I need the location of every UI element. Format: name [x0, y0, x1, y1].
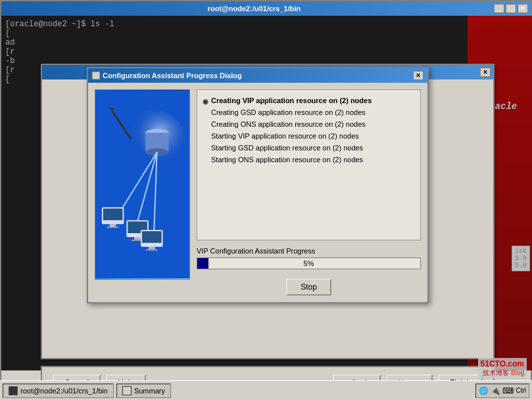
taskbar-terminal-label: root@node2:/u01/crs_1/bin — [20, 387, 108, 395]
taskbar: root@node2:/u01/crs_1/bin Summary 51CTO.… — [0, 380, 532, 400]
progress-dialog: Configuration Assistant Progress Dialog … — [87, 67, 429, 303]
svg-rect-18 — [149, 247, 155, 250]
progress-label: VIP Configuration Assistant Progress — [197, 247, 421, 255]
task-label-5: Starting ONS application resource on (2)… — [211, 154, 363, 166]
progress-bar-fill — [197, 258, 208, 269]
maximize-button[interactable]: □ — [506, 4, 516, 13]
svg-rect-9 — [103, 208, 123, 220]
dialog-title: Configuration Assistant Progress Dialog — [103, 72, 242, 79]
task-item-5: ◉ Starting ONS application resource on (… — [203, 154, 415, 166]
tray-icon-2: 🔌 — [491, 386, 500, 395]
task-item-4: ◉ Starting GSD application resource on (… — [203, 143, 415, 154]
watermark-cn: 技术博客 — [483, 369, 509, 376]
close-button[interactable]: ✕ — [518, 4, 528, 13]
taskbar-right: 51CTO.com 技术博客 Blog 🌐 🔌 ⌨ Ctrl — [475, 384, 529, 398]
tray-ctrl: Ctrl — [516, 387, 526, 394]
tray-icon-3: ⌨ — [502, 386, 514, 395]
task-bullet-0: ◉ — [203, 97, 208, 107]
dialog-titlebar: Configuration Assistant Progress Dialog … — [88, 68, 427, 83]
task-item-3: ◉ Starting VIP application resource on (… — [203, 131, 415, 143]
svg-rect-10 — [110, 224, 116, 227]
task-label-2: Creating ONS application resource on (2)… — [211, 119, 366, 131]
term-line-2: [ — [5, 29, 529, 38]
side-val1: 5.0 — [515, 255, 527, 262]
terminal-taskbar-icon — [9, 386, 18, 395]
side-label: isk — [515, 248, 527, 255]
dialog-close-button[interactable]: ✕ — [413, 71, 423, 80]
tray-icon-1: 🌐 — [479, 386, 489, 395]
stop-button-container: Stop — [197, 278, 421, 296]
terminal-titlebar: root@node2:/u01/crs_1/bin _ □ ✕ — [1, 1, 531, 16]
task-item-0: ◉ Creating VIP application resource on (… — [203, 95, 415, 107]
task-label-4: Starting GSD application resource on (2)… — [211, 143, 363, 154]
svg-rect-11 — [107, 227, 119, 228]
summary-taskbar-icon — [122, 386, 132, 395]
terminal-title: root@node2:/u01/crs_1/bin — [14, 5, 494, 12]
progress-section: VIP Configuration Assistant Progress 5% — [197, 247, 421, 269]
taskbar-terminal[interactable]: root@node2:/u01/crs_1/bin — [3, 384, 114, 398]
network-svg — [95, 90, 189, 279]
dialog-right-panel: ◉ Creating VIP application resource on (… — [197, 89, 421, 296]
minimize-button[interactable]: _ — [494, 4, 504, 13]
progress-bar-text: 5% — [304, 259, 314, 267]
watermark-site: 51CTO.com — [481, 359, 524, 368]
system-tray: 🌐 🔌 ⌨ Ctrl — [475, 384, 529, 398]
side-val2: 5.0 — [515, 262, 527, 269]
term-line-1: [oracle@node2 ~]$ ls -l — [5, 20, 529, 29]
taskbar-summary[interactable]: Summary — [116, 384, 171, 398]
task-item-2: ◉ Creating ONS application resource on (… — [203, 119, 415, 131]
summary-close-button[interactable]: ✕ — [480, 68, 491, 77]
task-label-1: Creating GSD application resource on (2)… — [211, 107, 366, 119]
terminal-titlebar-buttons: _ □ ✕ — [494, 4, 528, 13]
side-table: isk 5.0 5.0 — [512, 246, 530, 271]
dialog-body: ◉ Creating VIP application resource on (… — [88, 83, 427, 302]
term-line-4: [r — [5, 47, 529, 56]
svg-rect-14 — [134, 237, 141, 240]
svg-rect-19 — [146, 250, 158, 251]
stop-button[interactable]: Stop — [286, 278, 331, 296]
watermark-blog: Blog — [511, 369, 524, 376]
watermark: 51CTO.com 技术博客 Blog — [478, 358, 527, 379]
svg-rect-17 — [142, 231, 162, 243]
task-label-3: Starting VIP application resource on (2)… — [211, 131, 359, 143]
dialog-icon — [92, 72, 100, 79]
term-line-3: ad — [5, 38, 529, 47]
terminal-window: root@node2:/u01/crs_1/bin _ □ ✕ File Edi… — [0, 0, 532, 400]
dialog-illustration — [95, 89, 190, 280]
task-label-0: Creating VIP application resource on (2)… — [211, 95, 372, 107]
progress-bar-container: 5% — [197, 257, 421, 269]
taskbar-summary-label: Summary — [134, 387, 165, 395]
task-list: ◉ Creating VIP application resource on (… — [197, 89, 421, 240]
task-item-1: ◉ Creating GSD application resource on (… — [203, 107, 415, 119]
